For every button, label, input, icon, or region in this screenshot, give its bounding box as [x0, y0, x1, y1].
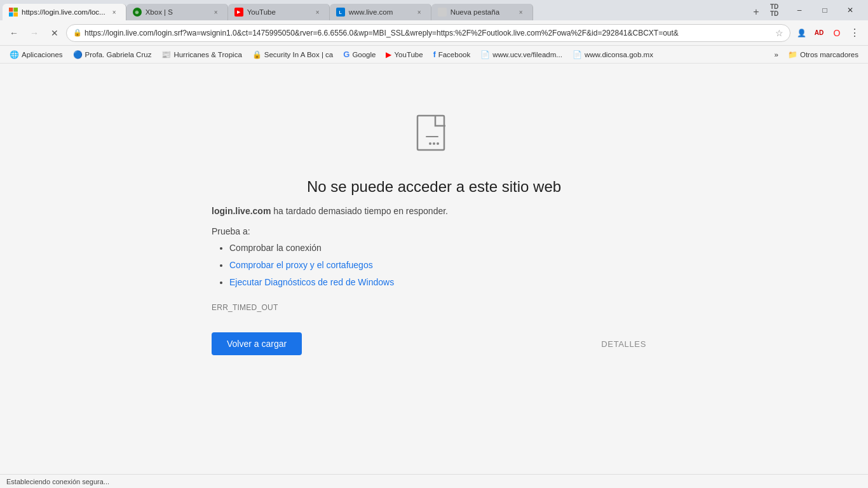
bookmarks-more-button[interactable]: »	[771, 50, 782, 60]
bookmark-diconsa[interactable]: 📄 www.diconsa.gob.mx	[568, 49, 658, 60]
close-button[interactable]: ✕	[837, 0, 863, 20]
title-bar: https://login.live.com/loc...×⊕Xbox | S×…	[0, 0, 868, 20]
svg-point-6	[429, 142, 431, 145]
browser-tab-tab-new[interactable]: Nueva pestaña×	[431, 4, 533, 20]
bookmark-youtube[interactable]: ▶ YouTube	[381, 49, 427, 60]
nav-bar: ← → ✕ 🔒 ☆ 👤 AD O ⋮	[0, 20, 868, 46]
tab-close-button[interactable]: ×	[516, 7, 526, 17]
bookmark-folder-label: Otros marcadores	[800, 51, 858, 58]
tab-favicon: ▶	[234, 8, 243, 17]
browser-tab-tab-youtube[interactable]: ▶YouTube×	[228, 4, 330, 20]
bookmark-gabriela[interactable]: 🔵 Profa. Gabriela Cruz	[69, 49, 156, 60]
suggestion-link-2[interactable]: Comprobar el proxy y el cortafuegos	[229, 260, 373, 270]
tab-title: Xbox | S	[146, 8, 207, 16]
bookmark-icon: 🔒	[252, 50, 262, 59]
new-tab-button[interactable]: +	[747, 4, 765, 20]
maximize-button[interactable]: □	[812, 0, 837, 20]
status-text: Estableciendo conexión segura...	[6, 478, 109, 485]
reload-stop-button[interactable]: ✕	[46, 24, 64, 42]
tab-favicon	[9, 8, 18, 17]
bookmark-ucv[interactable]: 📄 www.ucv.ve/fileadm...	[476, 49, 567, 60]
bookmark-label: Aplicaciones	[22, 51, 63, 58]
error-container: No se puede acceder a este sitio web log…	[212, 114, 656, 355]
forward-button[interactable]: →	[25, 24, 43, 42]
browser-window: https://login.live.com/loc...×⊕Xbox | S×…	[0, 0, 868, 488]
bookmark-label: www.ucv.ve/fileadm...	[492, 51, 562, 58]
error-code: ERR_TIMED_OUT	[212, 303, 278, 312]
extensions-area: 👤 AD O ⋮	[793, 25, 863, 41]
window-controls: TD TD – □ ✕	[765, 0, 868, 20]
bookmark-label: Facebook	[438, 51, 471, 58]
tab-title: www.live.com	[349, 8, 410, 16]
suggestion-3: Ejecutar Diagnósticos de red de Windows	[229, 276, 394, 289]
svg-rect-2	[9, 13, 13, 17]
error-subtitle: login.live.com ha tardado demasiado tiem…	[212, 206, 448, 216]
bookmark-security[interactable]: 🔒 Security In A Box | ca	[248, 49, 337, 60]
error-icon-wrapper	[414, 114, 454, 163]
svg-rect-3	[14, 13, 18, 17]
svg-point-7	[433, 142, 435, 145]
status-bar: Estableciendo conexión segura...	[0, 474, 868, 488]
td-extension[interactable]: TD TD	[770, 2, 787, 18]
facebook-icon: f	[433, 50, 436, 59]
tab-title: https://login.live.com/loc...	[22, 8, 105, 16]
tab-title: Nueva pestaña	[451, 8, 512, 16]
bookmark-label: Hurricanes & Tropica	[173, 51, 241, 58]
back-button[interactable]: ←	[5, 24, 23, 42]
bookmark-aplicaciones[interactable]: 🌐 Aplicaciones	[5, 49, 67, 60]
browser-tab-tab-login[interactable]: https://login.live.com/loc...×	[3, 4, 126, 20]
extension-opera[interactable]: O	[829, 25, 845, 41]
google-icon: G	[343, 50, 349, 59]
bookmark-icon: 📄	[573, 50, 582, 59]
extension-1[interactable]: 👤	[793, 25, 810, 41]
tab-close-button[interactable]: ×	[414, 7, 424, 17]
tab-close-button[interactable]: ×	[313, 7, 323, 17]
bookmark-label: Security In A Box | ca	[264, 51, 333, 58]
error-suggestions: Comprobar la conexión Comprobar el proxy…	[212, 241, 394, 293]
reload-button[interactable]: Volver a cargar	[212, 332, 302, 355]
svg-rect-0	[9, 8, 13, 12]
url-bar[interactable]: 🔒 ☆	[66, 24, 790, 42]
extension-adblock[interactable]: AD	[811, 25, 827, 41]
lock-icon: 🔒	[73, 29, 82, 37]
error-title: No se puede acceder a este sitio web	[307, 178, 561, 196]
minimize-button[interactable]: –	[787, 0, 812, 20]
suggestion-text-1: Comprobar la conexión	[229, 243, 322, 253]
bookmark-label: Profa. Gabriela Cruz	[85, 51, 152, 58]
bookmark-facebook[interactable]: f Facebook	[429, 49, 475, 60]
tab-favicon: L	[336, 8, 345, 17]
error-actions: Volver a cargar DETALLES	[212, 332, 656, 355]
tab-title: YouTube	[247, 8, 309, 16]
error-host: login.live.com	[212, 206, 271, 216]
bookmark-otros-marcadores[interactable]: 📁 Otros marcadores	[783, 49, 863, 60]
suggestion-link-3[interactable]: Ejecutar Diagnósticos de red de Windows	[229, 277, 394, 287]
suggestion-2: Comprobar el proxy y el cortafuegos	[229, 259, 394, 272]
browser-tab-tab-xbox[interactable]: ⊕Xbox | S×	[126, 4, 228, 20]
bookmark-icon: 📄	[480, 50, 490, 59]
bookmark-icon: 🌐	[10, 50, 19, 59]
svg-point-8	[437, 142, 439, 145]
tab-strip: https://login.live.com/loc...×⊕Xbox | S×…	[0, 0, 747, 20]
tab-close-button[interactable]: ×	[109, 7, 119, 17]
tab-favicon: ⊕	[133, 8, 142, 17]
browser-tab-tab-live[interactable]: Lwww.live.com×	[330, 4, 431, 20]
bookmark-label: YouTube	[394, 51, 423, 58]
url-input[interactable]	[85, 29, 773, 37]
bookmark-star-icon[interactable]: ☆	[775, 28, 783, 38]
tab-close-button[interactable]: ×	[211, 7, 221, 17]
menu-button[interactable]: ⋮	[846, 25, 863, 41]
error-try-label: Prueba a:	[212, 226, 250, 236]
bookmarks-bar: 🌐 Aplicaciones 🔵 Profa. Gabriela Cruz 📰 …	[0, 46, 868, 64]
bookmark-hurricanes[interactable]: 📰 Hurricanes & Tropica	[157, 49, 246, 60]
svg-rect-1	[14, 8, 18, 12]
folder-icon: 📁	[788, 50, 797, 59]
suggestion-1: Comprobar la conexión	[229, 241, 394, 255]
bookmark-label: www.diconsa.gob.mx	[585, 51, 653, 58]
details-button[interactable]: DETALLES	[591, 333, 656, 355]
youtube-icon: ▶	[386, 50, 391, 59]
error-subtitle-message: ha tardado demasiado tiempo en responder…	[271, 206, 448, 216]
bookmark-icon: 🔵	[73, 50, 83, 59]
bookmark-google[interactable]: G Google	[339, 48, 380, 60]
bookmark-label: Google	[352, 51, 376, 58]
bookmark-icon: 📰	[161, 50, 171, 59]
